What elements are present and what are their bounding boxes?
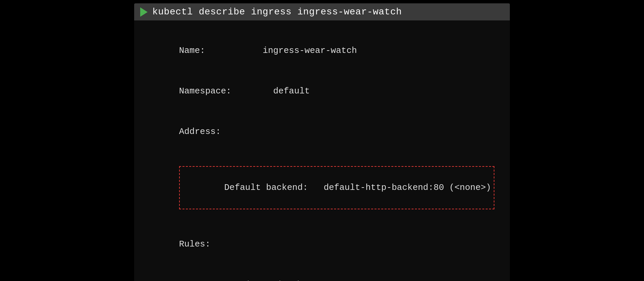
address-label: Address: bbox=[179, 127, 221, 137]
terminal-title: kubectl describe ingress ingress-wear-wa… bbox=[152, 7, 402, 17]
namespace-value: default bbox=[273, 86, 310, 96]
address-line: Address: bbox=[148, 112, 496, 152]
col-backends: Backends bbox=[263, 280, 305, 281]
play-icon bbox=[140, 7, 148, 17]
namespace-label: Namespace: bbox=[179, 86, 231, 96]
namespace-spacer bbox=[231, 86, 273, 96]
default-backend-spacer bbox=[308, 183, 324, 193]
name-value: ingress-wear-watch bbox=[263, 46, 357, 56]
name-label: Name: bbox=[179, 46, 205, 56]
default-backend-line: Default backend: default-http-backend:80… bbox=[148, 152, 496, 223]
rules-label: Rules: bbox=[179, 239, 211, 249]
default-backend-value: default-http-backend:80 (<none>) bbox=[324, 183, 491, 193]
terminal-wrapper: kubectl describe ingress ingress-wear-wa… bbox=[134, 0, 510, 281]
terminal-body: Name: ingress-wear-watch Namespace: defa… bbox=[134, 20, 510, 281]
rules-line: Rules: bbox=[148, 224, 496, 265]
default-backend-label: Default backend: bbox=[224, 183, 308, 193]
rules-header-line: Host Path Backends bbox=[148, 265, 496, 281]
name-spacer bbox=[205, 46, 263, 56]
namespace-line: Namespace: default bbox=[148, 71, 496, 112]
col-host: Host bbox=[200, 280, 221, 281]
name-line: Name: ingress-wear-watch bbox=[148, 30, 496, 71]
title-bar: kubectl describe ingress ingress-wear-wa… bbox=[134, 3, 510, 20]
default-backend-highlight: Default backend: default-http-backend:80… bbox=[179, 166, 495, 209]
col-path: Path bbox=[231, 280, 252, 281]
